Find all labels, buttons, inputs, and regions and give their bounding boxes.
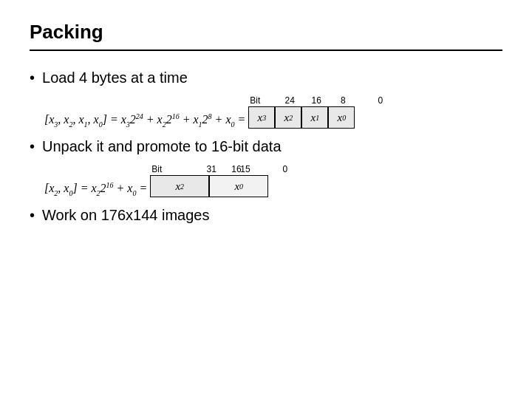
formula-1: [x3, x2, x1, x0] = x3224 + x2216 + x128 … xyxy=(44,112,245,129)
bit-header-2: Bit xyxy=(151,164,191,174)
bullet-dot-2: • xyxy=(30,136,35,157)
bullet-item-1: • Load 4 bytes at a time xyxy=(30,67,502,88)
bit-num-31: 31 xyxy=(191,164,231,174)
bit-num-0: 0 xyxy=(356,95,383,106)
formula-2: [x2, x0] = x2216 + x0 = xyxy=(44,181,147,197)
bit-num-16: 16 xyxy=(303,95,330,106)
bullet-text-1: Load 4 bytes at a time xyxy=(42,67,188,88)
bullet-item-2: • Unpack it and promote to 16-bit data xyxy=(30,136,502,157)
bullet-text-3: Work on 176x144 images xyxy=(42,205,209,225)
bullet-dot-3: • xyxy=(30,205,35,225)
diagram-1: [x3, x2, x1, x0] = x3224 + x2216 + x128 … xyxy=(44,95,502,129)
bit-diagram-1: Bit 24 16 8 0 x3 x2 x1 x0 xyxy=(248,95,383,129)
bit-header-1: Bit xyxy=(250,95,276,106)
cell-x3: x3 xyxy=(248,106,275,129)
cells-row-1: x3 x2 x1 x0 xyxy=(248,106,355,129)
cell-x0: x0 xyxy=(328,106,355,129)
cells-row-2: x2 x0 xyxy=(150,175,268,197)
bit-num-0b: 0 xyxy=(248,164,287,174)
bit-num-16b: 16 xyxy=(231,164,239,174)
bit-num-8: 8 xyxy=(330,95,356,106)
cell-d2-x2: x2 xyxy=(150,175,209,197)
bit-numbers-row-2: Bit 31 16 15 0 xyxy=(150,164,287,174)
diagram-2: [x2, x0] = x2216 + x0 = Bit 31 16 15 0 x… xyxy=(44,164,502,197)
page-title: Packing xyxy=(30,21,502,51)
bit-diagram-2: Bit 31 16 15 0 x2 x0 xyxy=(150,164,287,197)
bullet-dot-1: • xyxy=(30,67,35,88)
bullet-text-2: Unpack it and promote to 16-bit data xyxy=(42,136,282,157)
cell-x1: x1 xyxy=(301,106,328,129)
cell-x2: x2 xyxy=(275,106,301,129)
cell-d2-x0: x0 xyxy=(209,175,268,197)
bit-num-24: 24 xyxy=(276,95,303,106)
bullet-item-3: • Work on 176x144 images xyxy=(30,205,502,225)
bit-numbers-row-1: Bit 24 16 8 0 xyxy=(248,95,383,106)
bit-num-15: 15 xyxy=(240,164,248,174)
